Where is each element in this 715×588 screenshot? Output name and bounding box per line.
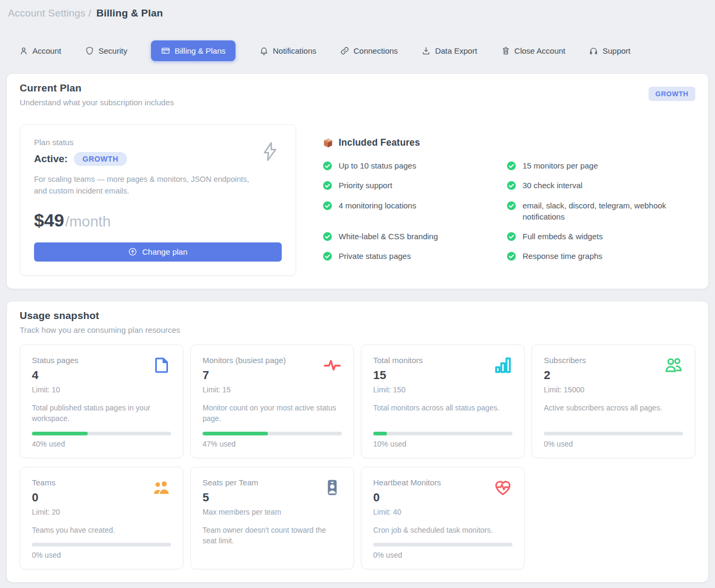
tab-account[interactable]: Account [19, 46, 61, 55]
usage-card-description: Monitor count on your most active status… [203, 402, 342, 424]
usage-card-status-pages: Status pages4Limit: 10Total published st… [20, 345, 183, 458]
tab-close-account[interactable]: Close Account [501, 46, 566, 55]
usage-card-value: 0 [32, 491, 171, 505]
usage-card-title: Total monitors [373, 356, 512, 365]
usage-card-value: 5 [203, 491, 342, 505]
plan-status-value: Active: [34, 153, 68, 165]
usage-card-description: Cron job & scheduled task monitors. [373, 525, 512, 535]
feature-label: 15 monitors per page [523, 160, 598, 171]
feature-grid: Up to 10 status pages15 monitors per pag… [323, 160, 691, 262]
tab-connections[interactable]: Connections [340, 46, 398, 55]
usage-card-description: Active subscribers across all pages. [544, 402, 683, 413]
usage-card-total-monitors: Total monitors15Limit: 150Total monitors… [361, 345, 525, 458]
tab-label: Security [98, 47, 127, 55]
feature-label: Private status pages [339, 250, 411, 262]
feature-label: Priority support [339, 180, 392, 191]
current-plan-subtitle: Understand what your subscription includ… [20, 98, 174, 107]
document-icon [152, 356, 171, 375]
price-amount: $49 [34, 210, 64, 231]
current-plan-body: Plan status Active: GROWTH For scaling t… [20, 124, 695, 276]
tab-data-export[interactable]: Data Export [422, 46, 477, 55]
current-plan-panel: Current Plan Understand what your subscr… [7, 74, 708, 289]
usage-card-limit: Limit: 150 [373, 385, 512, 394]
feature-item: 15 monitors per page [507, 160, 691, 171]
shield-icon [85, 46, 94, 55]
package-icon [323, 138, 333, 148]
breadcrumb: Account Settings / Billing & Plan [0, 0, 715, 19]
heartbeat-icon [493, 478, 512, 497]
check-icon [323, 251, 332, 261]
check-icon [323, 181, 332, 190]
feature-label: Up to 10 status pages [339, 160, 416, 171]
usage-card-description: Total monitors across all status pages. [373, 402, 512, 413]
bell-icon [259, 46, 268, 55]
tab-security[interactable]: Security [85, 46, 127, 55]
current-plan-title: Current Plan [20, 82, 174, 94]
progress-bar [32, 432, 171, 435]
check-icon [507, 181, 516, 190]
change-plan-button[interactable]: Change plan [34, 242, 282, 262]
person-icon [19, 46, 28, 55]
tab-label: Billing & Plans [174, 47, 225, 55]
tab-bar: AccountSecurityBilling & PlansNotificati… [19, 40, 715, 61]
breadcrumb-section[interactable]: Account Settings / [8, 7, 91, 19]
progress-fill [32, 432, 88, 435]
usage-card-heartbeat-monitors: Heartbeat Monitors0Limit: 40Cron job & s… [361, 467, 525, 569]
check-icon [323, 201, 332, 211]
tab-label: Notifications [273, 47, 316, 55]
usage-card-limit: Limit: 40 [373, 508, 512, 516]
usage-card-value: 4 [32, 368, 171, 382]
usage-card-subscribers: Subscribers2Limit: 15000Active subscribe… [532, 345, 695, 458]
headphones-icon [589, 46, 598, 55]
plan-price: $49 /month [34, 210, 282, 231]
feature-label: Response time graphs [523, 250, 602, 262]
feature-item: Response time graphs [507, 250, 691, 262]
check-icon [323, 161, 332, 171]
breadcrumb-current: Billing & Plan [96, 7, 163, 19]
usage-header: Usage snapshot Track how you are consumi… [20, 310, 695, 334]
usage-card-value: 2 [544, 368, 683, 382]
usage-percent-label: 0% used [544, 440, 683, 448]
usage-progress: 47% used [203, 424, 342, 448]
feature-item: Priority support [323, 180, 507, 191]
billing-page: Account Settings / Billing & Plan Accoun… [0, 0, 715, 588]
progress-fill [373, 432, 387, 435]
pulse-icon [323, 356, 342, 375]
usage-card-title: Heartbeat Monitors [373, 478, 512, 487]
progress-fill [203, 432, 268, 435]
tab-notifications[interactable]: Notifications [259, 46, 316, 55]
usage-progress: 40% used [32, 424, 171, 448]
usage-progress: 0% used [32, 535, 171, 559]
plan-status-row: Active: GROWTH [34, 152, 282, 166]
included-features-title: Included Features [339, 137, 420, 148]
usage-card-title: Teams [32, 478, 171, 487]
usage-card-teams: Teams0Limit: 20Teams you have created.0%… [20, 467, 183, 569]
included-features: Included Features Up to 10 status pages1… [323, 124, 691, 276]
usage-card-value: 15 [373, 368, 512, 382]
usage-card-title: Monitors (busiest page) [203, 356, 342, 365]
price-period: /month [65, 213, 111, 230]
feature-item: 30 check interval [507, 180, 691, 191]
tab-support[interactable]: Support [589, 46, 630, 55]
progress-bar [203, 432, 342, 435]
usage-percent-label: 47% used [203, 440, 342, 448]
usage-card-limit: Limit: 15 [203, 385, 342, 394]
usage-progress: 0% used [373, 535, 512, 559]
usage-panel: Usage snapshot Track how you are consumi… [7, 301, 708, 582]
check-icon [507, 161, 516, 171]
usage-title: Usage snapshot [20, 310, 180, 322]
usage-progress: 0% used [544, 424, 683, 448]
progress-bar [373, 432, 512, 435]
tab-label: Connections [354, 47, 398, 55]
tab-billing-plans[interactable]: Billing & Plans [151, 40, 235, 61]
usage-card-limit: Limit: 10 [32, 385, 171, 394]
feature-item: 4 monitoring locations [323, 200, 507, 223]
tab-label: Support [602, 47, 630, 55]
current-plan-header: Current Plan Understand what your subscr… [20, 82, 695, 107]
plan-status-card: Plan status Active: GROWTH For scaling t… [20, 124, 296, 276]
usage-card-seats-per-team: Seats per Team5Max members per teamTeam … [190, 467, 354, 569]
feature-label: 4 monitoring locations [339, 200, 416, 211]
usage-card-title: Subscribers [544, 356, 683, 365]
feature-item: Up to 10 status pages [323, 160, 507, 171]
feature-label: email, slack, discord, telegram, webhook… [523, 200, 676, 223]
